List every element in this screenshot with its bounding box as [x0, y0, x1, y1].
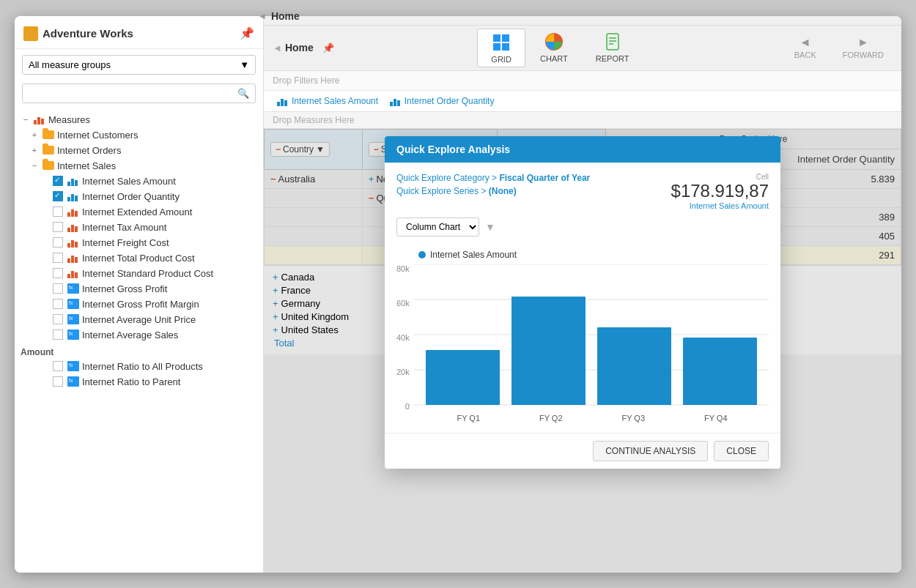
- internet-freight-cost-checkbox[interactable]: [53, 237, 63, 248]
- measures-expander[interactable]: −: [21, 115, 31, 124]
- bar-fyq1[interactable]: [426, 350, 500, 405]
- tree-item-internet-freight-cost[interactable]: Internet Freight Cost: [15, 235, 263, 250]
- internet-standard-product-cost-checkbox[interactable]: [53, 268, 63, 278]
- internet-avg-unit-price-checkbox[interactable]: [53, 314, 63, 324]
- category-value: Fiscal Quarter of Year: [499, 173, 590, 183]
- tree-section-measures[interactable]: − Measures: [15, 112, 263, 127]
- sidebar-header: Adventure Works 📌: [15, 16, 263, 49]
- tree-item-internet-gross-profit-margin[interactable]: Internet Gross Profit Margin: [15, 297, 263, 312]
- sidebar-search-box[interactable]: 🔍: [22, 83, 256, 103]
- cell-label: Cell: [671, 173, 769, 181]
- internet-gross-profit-checkbox[interactable]: [53, 283, 63, 294]
- tree-item-internet-total-product-cost[interactable]: Internet Total Product Cost: [15, 250, 263, 266]
- tree-item-internet-ratio-all[interactable]: Internet Ratio to All Products: [15, 359, 263, 374]
- amount-section-header: Amount: [15, 343, 263, 359]
- tree-item-internet-orders[interactable]: + Internet Orders: [15, 143, 263, 158]
- tree-item-internet-avg-sales[interactable]: Internet Average Sales: [15, 327, 263, 343]
- measure-pill-sales-amount[interactable]: Internet Sales Amount: [273, 94, 383, 108]
- home-label[interactable]: Home: [271, 16, 300, 23]
- internet-extended-amount-bar-icon: [67, 206, 79, 217]
- internet-extended-amount-checkbox[interactable]: [53, 206, 63, 217]
- internet-ratio-all-calc-icon: [67, 361, 79, 371]
- tree-item-internet-avg-unit-price[interactable]: Internet Average Unit Price: [15, 312, 263, 327]
- pin-toolbar-icon[interactable]: 📌: [322, 42, 334, 53]
- internet-customers-expander[interactable]: +: [29, 130, 40, 139]
- explore-links: Quick Explore Category > Fiscal Quarter …: [396, 173, 590, 196]
- report-button[interactable]: REPORT: [583, 29, 643, 67]
- internet-sales-amount-checkbox[interactable]: [53, 176, 63, 186]
- y-axis: 80k 60k 40k 20k 0: [396, 264, 414, 411]
- home-nav: ◄ Home 📌: [273, 42, 334, 53]
- internet-sales-expander[interactable]: −: [29, 161, 40, 170]
- tree-item-internet-sales[interactable]: − Internet Sales: [15, 158, 263, 174]
- app-title: Adventure Works: [43, 27, 133, 40]
- bar-fyq4[interactable]: [683, 338, 757, 405]
- internet-ratio-parent-calc-icon: [67, 376, 79, 387]
- internet-ratio-parent-checkbox[interactable]: [53, 376, 63, 387]
- internet-avg-sales-checkbox[interactable]: [53, 330, 63, 340]
- continue-analysis-button[interactable]: CONTINUE ANALYSIS: [593, 441, 708, 461]
- tree-item-internet-order-quantity[interactable]: Internet Order Quantity: [15, 189, 263, 204]
- tree-item-internet-extended-amount[interactable]: Internet Extended Amount: [15, 204, 263, 220]
- bars-container: [414, 264, 769, 411]
- internet-avg-unit-price-label: Internet Average Unit Price: [82, 314, 196, 325]
- internet-order-quantity-checkbox[interactable]: [53, 191, 63, 201]
- chart-type-select[interactable]: Column Chart Bar Chart Line Chart Area C…: [396, 217, 479, 237]
- tree-item-internet-standard-product-cost[interactable]: Internet Standard Product Cost: [15, 266, 263, 281]
- view-buttons: GRID CHART: [477, 29, 642, 67]
- series-label: Quick Explore Series >: [396, 186, 486, 196]
- measure-group-dropdown[interactable]: All measure groups ▼: [22, 55, 256, 75]
- internet-gross-profit-margin-calc-icon: [67, 299, 79, 309]
- chart-button[interactable]: CHART: [527, 29, 581, 67]
- internet-gross-profit-margin-checkbox[interactable]: [53, 299, 63, 309]
- series-link[interactable]: Quick Explore Series > (None): [396, 186, 590, 196]
- svg-rect-3: [502, 43, 509, 51]
- internet-ratio-all-checkbox[interactable]: [53, 361, 63, 371]
- order-quantity-bar-icon: [390, 96, 402, 106]
- chart-type-row: Column Chart Bar Chart Line Chart Area C…: [396, 217, 769, 237]
- tree-item-internet-ratio-parent[interactable]: Internet Ratio to Parent: [15, 374, 263, 390]
- tree-item-internet-tax-amount[interactable]: Internet Tax Amount: [15, 220, 263, 235]
- category-link[interactable]: Quick Explore Category > Fiscal Quarter …: [396, 173, 590, 183]
- measure-group-label: All measure groups: [29, 59, 111, 70]
- home-nav-label[interactable]: Home: [285, 42, 314, 53]
- report-icon: [602, 31, 623, 52]
- modal-explore-row: Quick Explore Category > Fiscal Quarter …: [396, 173, 769, 210]
- internet-order-quantity-bar-icon: [67, 191, 79, 201]
- search-input[interactable]: [29, 88, 237, 99]
- internet-total-product-cost-checkbox[interactable]: [53, 253, 63, 263]
- internet-orders-expander[interactable]: +: [29, 146, 40, 155]
- sales-amount-measure-label: Internet Sales Amount: [292, 96, 378, 106]
- tree-item-internet-sales-amount[interactable]: Internet Sales Amount: [15, 174, 263, 189]
- tree-item-internet-gross-profit[interactable]: Internet Gross Profit: [15, 281, 263, 297]
- chart-type-dropdown-icon[interactable]: ▼: [485, 221, 495, 233]
- internet-gross-profit-label: Internet Gross Profit: [82, 283, 167, 294]
- search-icon[interactable]: 🔍: [237, 88, 249, 99]
- left-arrow-nav-icon[interactable]: ◄: [273, 42, 282, 53]
- bar-fyq2[interactable]: [511, 297, 586, 405]
- back-button[interactable]: ◄ BACK: [786, 33, 825, 62]
- svg-rect-5: [607, 34, 618, 50]
- pin-icon[interactable]: 📌: [240, 26, 254, 40]
- internet-tax-amount-label: Internet Tax Amount: [82, 222, 166, 233]
- internet-total-product-cost-bar-icon: [67, 253, 79, 263]
- forward-button[interactable]: ► FORWARD: [834, 33, 893, 62]
- internet-customers-folder-icon: [43, 130, 54, 139]
- measure-pill-order-quantity[interactable]: Internet Order Quantity: [385, 94, 499, 108]
- grid-button[interactable]: GRID: [477, 29, 525, 67]
- drop-filters-area[interactable]: Drop Filters Here: [264, 71, 901, 91]
- internet-avg-sales-calc-icon: [67, 330, 79, 340]
- drop-measures-area[interactable]: Drop Measures Here: [264, 112, 901, 129]
- close-button[interactable]: CLOSE: [714, 441, 769, 461]
- tree-item-internet-customers[interactable]: + Internet Customers: [15, 127, 263, 143]
- svg-rect-1: [502, 34, 509, 42]
- bar-fyq3[interactable]: [597, 327, 671, 405]
- legend-label: Internet Sales Amount: [430, 250, 517, 260]
- x-label-fyq3: FY Q3: [592, 414, 675, 423]
- internet-tax-amount-checkbox[interactable]: [53, 222, 63, 232]
- y-label-0: 0: [405, 402, 410, 411]
- legend-dot: [418, 251, 426, 258]
- internet-sales-amount-bar-icon: [67, 176, 79, 186]
- internet-sales-folder-icon: [43, 161, 54, 170]
- series-value: (None): [489, 186, 517, 196]
